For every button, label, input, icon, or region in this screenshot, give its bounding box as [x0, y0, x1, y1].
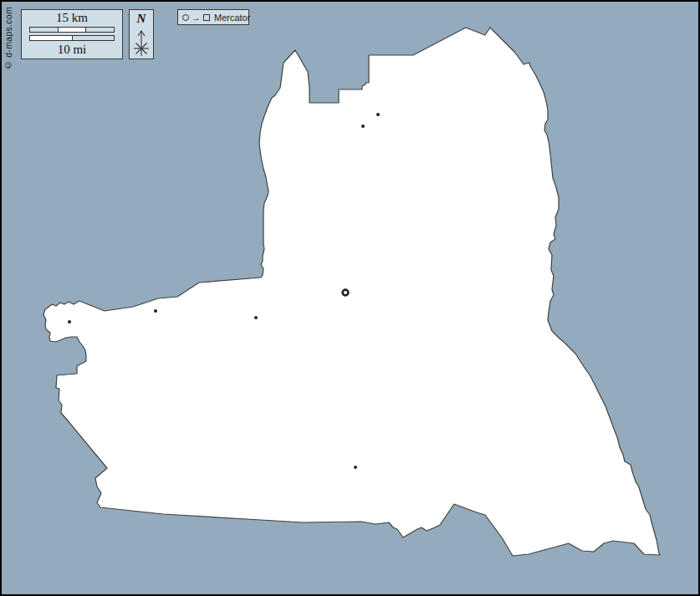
scale-km-label: 15 km — [29, 11, 115, 25]
mi-bar-segment — [30, 36, 72, 40]
km-bar-segment — [85, 28, 114, 32]
town-marker — [354, 466, 357, 469]
scale-mi-label: 10 mi — [29, 43, 115, 57]
projection-label: Mercator — [214, 13, 250, 23]
north-label: N — [137, 10, 146, 27]
mi-bar-segment — [72, 36, 115, 40]
town-marker — [68, 320, 71, 323]
km-bar-segment — [58, 28, 86, 32]
scale-bar-panel: 15 km 10 mi — [21, 9, 123, 59]
arrow-right-icon: → — [192, 14, 201, 21]
globe-circle-icon — [182, 14, 189, 21]
km-bar-segment — [30, 28, 58, 32]
projection-panel: → Mercator — [177, 9, 249, 25]
capital-marker — [343, 290, 349, 296]
town-marker — [376, 113, 380, 116]
compass-arrow-icon — [130, 27, 153, 59]
km-scale-bar — [29, 27, 115, 33]
compass-panel: N — [129, 9, 154, 59]
map-viewport: © d-maps.com 15 km 10 mi N → — [0, 0, 700, 596]
mi-scale-bar — [29, 35, 115, 41]
map-canvas — [2, 2, 700, 596]
region-outline — [43, 28, 660, 556]
town-marker — [154, 309, 157, 313]
town-marker — [361, 125, 365, 128]
flat-map-square-icon — [203, 14, 210, 21]
copyright-text: © d-maps.com — [3, 7, 13, 70]
town-marker — [254, 316, 258, 319]
